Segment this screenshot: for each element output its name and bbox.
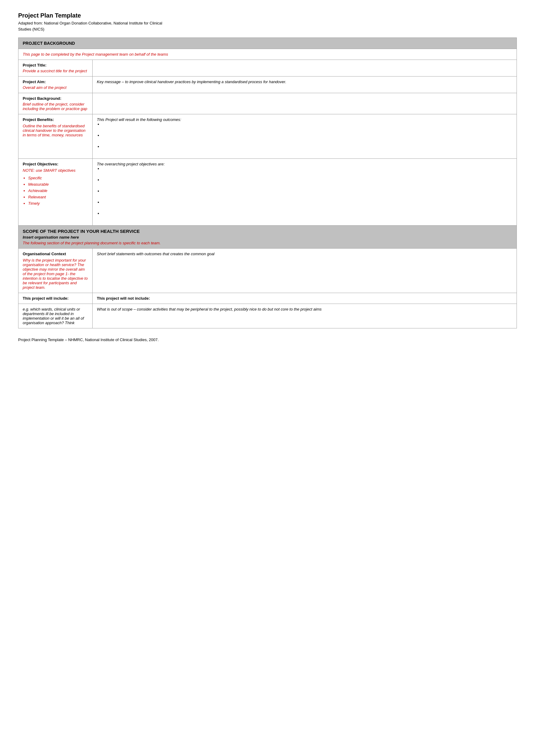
project-benefits-left: Project Benefits: Outline the benefits o…	[18, 114, 93, 159]
project-title-label: Project Title:	[23, 63, 88, 68]
instruction-row: This page to be completed by the Project…	[18, 49, 517, 60]
include-row: This project will include: This project …	[18, 293, 517, 304]
project-objectives-value: The overarching project objectives are:	[93, 159, 517, 226]
page-title: Project Plan Template	[18, 12, 517, 19]
include-label-cell: This project will include:	[18, 293, 93, 304]
main-table: PROJECT BACKGROUND This page to be compl…	[18, 38, 517, 328]
not-include-content: What is out of scope – consider activiti…	[93, 304, 517, 328]
obj-item-5	[102, 211, 512, 216]
smart-achievable: Achievable	[28, 188, 88, 193]
section-background-row: PROJECT BACKGROUND	[18, 38, 517, 49]
footer: Project Planning Template – NHMRC, Natio…	[18, 338, 517, 342]
include-label: This project will include:	[23, 296, 88, 301]
include-content-row: e.g. which wards, clinical units or depa…	[18, 304, 517, 328]
not-include-label-cell: This project will not include:	[93, 293, 517, 304]
not-include-label: This project will not include:	[97, 296, 512, 301]
project-benefits-list	[97, 122, 512, 149]
scope-header-row: SCOPE OF THE PROJECT IN YOUR HEALTH SERV…	[18, 226, 517, 249]
scope-header: SCOPE OF THE PROJECT IN YOUR HEALTH SERV…	[18, 226, 517, 249]
project-objectives-note: NOTE: use SMART objectives	[23, 168, 88, 173]
org-context-sublabel: Why is the project important for your or…	[23, 258, 88, 290]
project-aim-sublabel: Overall aim of the project	[23, 85, 88, 90]
project-benefits-value: This Project will result in the followin…	[93, 114, 517, 159]
section-background-header: PROJECT BACKGROUND	[18, 38, 517, 49]
project-objectives-intro: The overarching project objectives are:	[97, 162, 512, 166]
project-aim-value: Key message – to improve clinical handov…	[93, 76, 517, 93]
project-aim-label: Project Aim:	[23, 80, 88, 84]
benefits-item-1	[102, 122, 512, 126]
org-context-left: Organisational Context Why is the projec…	[18, 249, 93, 293]
project-benefits-sublabel: Outline the benefits of standardised cli…	[23, 124, 88, 137]
project-benefits-label: Project Benefits:	[23, 117, 88, 122]
smart-specific: Specific	[28, 176, 88, 180]
instruction-cell: This page to be completed by the Project…	[18, 49, 517, 60]
obj-item-3	[102, 189, 512, 193]
project-objectives-row: Project Objectives: NOTE: use SMART obje…	[18, 159, 517, 226]
benefits-item-3	[102, 144, 512, 149]
org-context-label: Organisational Context	[23, 252, 88, 256]
project-aim-left: Project Aim: Overall aim of the project	[18, 76, 93, 93]
project-objectives-label: Project Objectives:	[23, 162, 88, 166]
include-content: e.g. which wards, clinical units or depa…	[18, 304, 93, 328]
smart-measurable: Measurable	[28, 182, 88, 187]
obj-item-2	[102, 177, 512, 182]
benefits-item-2	[102, 133, 512, 138]
project-title-value	[93, 60, 517, 76]
project-objectives-left: Project Objectives: NOTE: use SMART obje…	[18, 159, 93, 226]
obj-item-1	[102, 166, 512, 171]
org-context-value: Short brief statements with outcomes tha…	[93, 249, 517, 293]
obj-item-4	[102, 200, 512, 204]
project-background-label: Project Background:	[23, 96, 88, 101]
org-context-row: Organisational Context Why is the projec…	[18, 249, 517, 293]
project-aim-row: Project Aim: Overall aim of the project …	[18, 76, 517, 93]
project-background-left: Project Background: Brief outline of the…	[18, 93, 93, 114]
project-background-value	[93, 93, 517, 114]
project-title-left: Project Title: Provide a succinct title …	[18, 60, 93, 76]
project-benefits-row: Project Benefits: Outline the benefits o…	[18, 114, 517, 159]
project-title-sublabel: Provide a succinct title for the project	[23, 68, 88, 73]
page-subtitle: Adapted from: National Organ Donation Co…	[18, 20, 517, 32]
project-title-row: Project Title: Provide a succinct title …	[18, 60, 517, 76]
project-background-sublabel: Brief outline of the project, consider i…	[23, 102, 88, 111]
smart-timely: Timely	[28, 201, 88, 206]
smart-releveant: Releveant	[28, 195, 88, 199]
smart-list: Specific Measurable Achievable Releveant…	[23, 176, 88, 206]
objectives-list	[97, 166, 512, 216]
project-background-row: Project Background: Brief outline of the…	[18, 93, 517, 114]
project-benefits-intro: This Project will result in the followin…	[97, 117, 512, 122]
